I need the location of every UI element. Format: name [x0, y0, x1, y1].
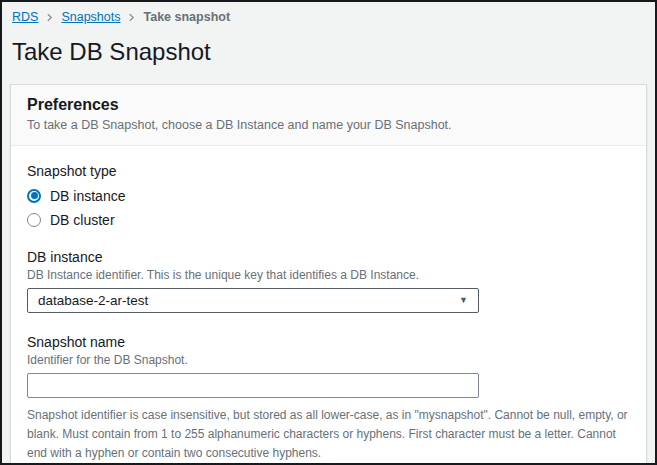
chevron-right-icon [127, 12, 136, 23]
db-instance-select[interactable]: database-2-ar-test ▼ [27, 288, 479, 313]
breadcrumb-link-rds[interactable]: RDS [12, 10, 38, 24]
preferences-card: Preferences To take a DB Snapshot, choos… [10, 84, 647, 465]
radio-db-cluster[interactable]: DB cluster [27, 212, 630, 228]
page-title: Take DB Snapshot [12, 38, 655, 67]
caret-down-icon: ▼ [459, 296, 468, 305]
radio-db-cluster-label: DB cluster [50, 212, 115, 228]
preferences-card-body: Snapshot type DB instance DB cluster DB … [11, 146, 646, 465]
breadcrumb-link-snapshots[interactable]: Snapshots [61, 10, 120, 24]
db-instance-selected-value: database-2-ar-test [38, 293, 148, 308]
breadcrumb: RDS Snapshots Take snapshot [12, 10, 655, 24]
snapshot-type-group: Snapshot type DB instance DB cluster [27, 163, 630, 228]
preferences-subtitle: To take a DB Snapshot, choose a DB Insta… [27, 118, 630, 132]
db-instance-label: DB instance [27, 249, 630, 265]
snapshot-name-label: Snapshot name [27, 334, 630, 350]
chevron-right-icon [45, 12, 54, 23]
radio-unselected-icon[interactable] [27, 213, 41, 227]
take-db-snapshot-page: RDS Snapshots Take snapshot Take DB Snap… [0, 0, 657, 465]
snapshot-name-input[interactable] [27, 373, 479, 398]
radio-selected-icon[interactable] [27, 189, 41, 203]
preferences-card-header: Preferences To take a DB Snapshot, choos… [11, 85, 646, 146]
snapshot-name-description: Identifier for the DB Snapshot. [27, 353, 630, 367]
snapshot-type-label: Snapshot type [27, 163, 630, 179]
breadcrumb-current: Take snapshot [143, 10, 230, 24]
preferences-heading: Preferences [27, 96, 630, 114]
radio-db-instance[interactable]: DB instance [27, 188, 630, 204]
snapshot-name-group: Snapshot name Identifier for the DB Snap… [27, 334, 630, 465]
db-instance-description: DB Instance identifier. This is the uniq… [27, 268, 630, 282]
snapshot-name-constraint: Snapshot identifier is case insensitive,… [27, 406, 630, 465]
db-instance-group: DB instance DB Instance identifier. This… [27, 249, 630, 313]
radio-db-instance-label: DB instance [50, 188, 125, 204]
